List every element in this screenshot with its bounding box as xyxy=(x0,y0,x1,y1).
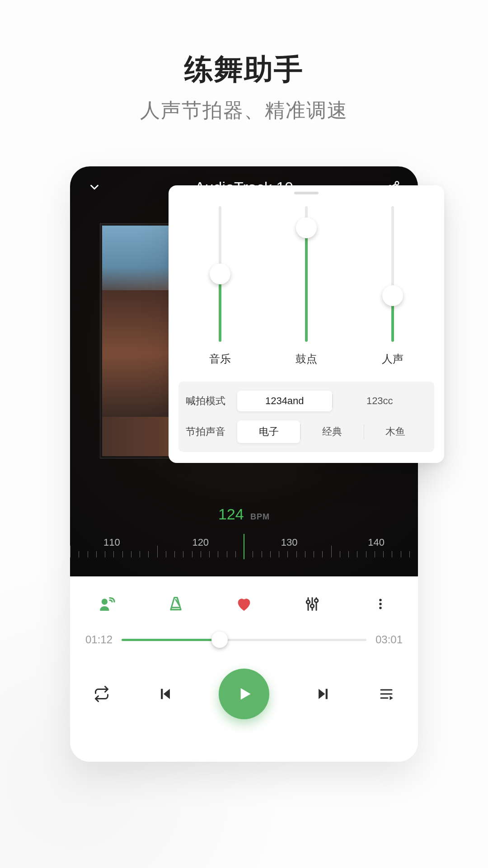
svg-rect-18 xyxy=(161,689,163,699)
ruler-tick xyxy=(140,551,140,557)
ruler-tick xyxy=(409,551,410,557)
svg-rect-21 xyxy=(325,689,327,699)
ruler-label: 120 xyxy=(192,537,209,548)
metronome-button[interactable] xyxy=(165,594,186,614)
favorite-button[interactable] xyxy=(234,594,254,614)
ruler-tick xyxy=(279,551,279,557)
prev-button[interactable] xyxy=(155,684,175,704)
progress-track[interactable] xyxy=(122,639,366,641)
mixer-slider[interactable]: 人声 xyxy=(359,206,427,366)
slider-label: 人声 xyxy=(382,352,404,366)
slider-knob[interactable] xyxy=(296,217,317,238)
next-icon xyxy=(315,686,331,702)
ruler-tick xyxy=(174,551,175,557)
segment-option[interactable]: 木鱼 xyxy=(364,420,427,443)
segment-option[interactable]: 经典 xyxy=(300,420,363,443)
sound-segment[interactable]: 电子经典木鱼 xyxy=(237,420,427,443)
mixer-slider[interactable]: 鼓点 xyxy=(272,206,340,366)
time-elapsed: 01:12 xyxy=(85,633,113,646)
marketing-title: 练舞助手 xyxy=(184,50,304,89)
mixer-button[interactable] xyxy=(302,594,323,614)
next-button[interactable] xyxy=(313,684,333,704)
svg-point-13 xyxy=(314,599,318,603)
ruler-tick xyxy=(270,551,271,557)
ruler-tick xyxy=(157,546,158,557)
queue-icon xyxy=(378,686,394,702)
slider-fill xyxy=(305,228,308,342)
chevron-down-icon xyxy=(88,180,101,194)
repeat-icon xyxy=(94,686,110,702)
ruler-tick xyxy=(366,551,366,557)
slider-track[interactable] xyxy=(391,206,394,342)
svg-marker-25 xyxy=(390,696,394,700)
more-icon xyxy=(374,597,387,611)
ruler-tick xyxy=(253,551,253,557)
ruler-tick xyxy=(262,551,262,557)
sliders-icon xyxy=(304,596,320,612)
queue-button[interactable] xyxy=(376,684,396,704)
ruler-tick xyxy=(322,551,323,557)
popup-grip[interactable] xyxy=(294,192,319,194)
controls-area: 01:12 03:01 xyxy=(70,576,418,762)
ruler-tick xyxy=(383,551,384,557)
play-button[interactable] xyxy=(219,669,269,719)
bpm-display: 124 BPM xyxy=(70,505,418,523)
collapse-button[interactable] xyxy=(85,178,103,196)
svg-marker-17 xyxy=(163,689,169,699)
mixer-slider[interactable]: 音乐 xyxy=(186,206,254,366)
svg-point-16 xyxy=(379,607,382,609)
segment-option[interactable]: 电子 xyxy=(237,420,300,443)
prev-icon xyxy=(158,686,173,702)
progress-bar[interactable]: 01:12 03:01 xyxy=(85,633,403,646)
ruler-tick xyxy=(314,551,314,557)
ruler-label: 130 xyxy=(281,537,298,548)
ruler-tick xyxy=(70,546,70,557)
mode-label: 喊拍模式 xyxy=(186,394,231,408)
slider-track[interactable] xyxy=(305,206,308,342)
voice-icon xyxy=(99,595,117,613)
ruler-tick xyxy=(79,551,79,557)
ruler-label: 110 xyxy=(103,537,120,548)
ruler-tick xyxy=(401,551,401,557)
ruler-tick xyxy=(166,551,166,557)
metronome-icon xyxy=(167,595,184,613)
slider-knob[interactable] xyxy=(210,264,230,284)
repeat-button[interactable] xyxy=(92,684,112,704)
svg-point-5 xyxy=(102,599,108,604)
ruler-tick xyxy=(340,551,340,557)
svg-point-11 xyxy=(310,604,314,608)
ruler-tick xyxy=(392,551,392,557)
time-total: 03:01 xyxy=(375,633,403,646)
segment-option[interactable]: 1234and xyxy=(237,391,332,411)
ruler-tick xyxy=(88,551,88,557)
progress-knob[interactable] xyxy=(211,632,228,648)
ruler-tick xyxy=(122,551,123,557)
ruler-tick xyxy=(218,551,218,557)
ruler-tick xyxy=(227,551,227,557)
mixer-popup: 音乐鼓点人声 喊拍模式 1234and123cc 节拍声音 电子经典木鱼 xyxy=(169,185,444,463)
ruler-needle xyxy=(244,534,244,559)
segment-option[interactable]: 123cc xyxy=(333,391,427,411)
mode-segment[interactable]: 1234and123cc xyxy=(237,391,427,411)
svg-point-9 xyxy=(306,600,310,604)
ruler-tick xyxy=(131,551,131,557)
slider-knob[interactable] xyxy=(382,285,403,306)
ruler-tick xyxy=(331,546,332,557)
play-icon xyxy=(234,684,254,704)
ruler-tick xyxy=(105,551,105,557)
ruler-tick xyxy=(183,551,183,557)
ruler-label: 140 xyxy=(368,537,385,548)
more-button[interactable] xyxy=(370,594,391,614)
ruler-tick xyxy=(148,551,149,557)
bpm-ruler[interactable]: 110120130140 xyxy=(70,528,418,559)
ruler-tick xyxy=(348,551,349,557)
svg-point-14 xyxy=(379,599,382,602)
ruler-tick xyxy=(305,551,305,557)
slider-label: 鼓点 xyxy=(296,352,317,366)
slider-track[interactable] xyxy=(219,206,221,342)
voice-button[interactable] xyxy=(97,594,118,614)
ruler-tick xyxy=(287,551,288,557)
ruler-tick xyxy=(201,551,201,557)
svg-point-15 xyxy=(379,603,382,605)
ruler-tick xyxy=(296,551,297,557)
